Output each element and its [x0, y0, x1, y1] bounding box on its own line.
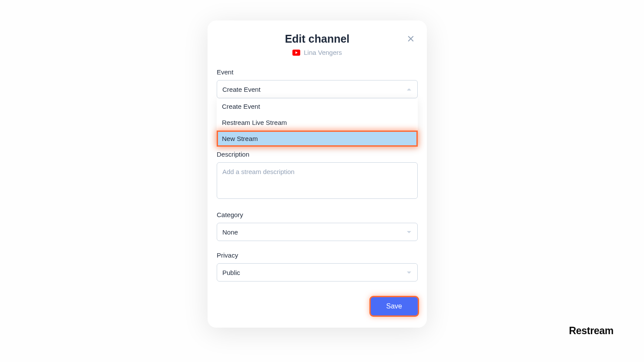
- event-dropdown: Create Event Restream Live Stream New St…: [217, 98, 418, 147]
- description-field-group: Description: [217, 151, 418, 201]
- modal-footer: Save: [217, 297, 418, 315]
- event-label: Event: [217, 68, 418, 76]
- event-select-value: Create Event: [222, 86, 261, 93]
- save-button[interactable]: Save: [371, 297, 418, 315]
- description-input[interactable]: [217, 162, 418, 199]
- chevron-down-icon: [407, 272, 411, 274]
- description-label: Description: [217, 151, 418, 158]
- privacy-field-group: Privacy Public: [217, 251, 418, 282]
- category-field-group: Category None: [217, 211, 418, 241]
- category-select-value: None: [222, 228, 238, 236]
- modal-title: Edit channel: [217, 33, 418, 45]
- edit-channel-modal: Edit channel Lina Vengers Event Create E…: [208, 20, 427, 328]
- close-icon: [407, 35, 415, 43]
- privacy-label: Privacy: [217, 251, 418, 259]
- category-select[interactable]: None: [217, 223, 418, 241]
- close-button[interactable]: [406, 34, 416, 44]
- dropdown-option-create-event[interactable]: Create Event: [217, 98, 418, 114]
- restream-logo: Restream: [569, 325, 614, 337]
- privacy-select[interactable]: Public: [217, 263, 418, 282]
- event-field-group: Event Create Event Create Event Restream…: [217, 68, 418, 98]
- privacy-select-value: Public: [222, 269, 240, 276]
- dropdown-option-restream-live[interactable]: Restream Live Stream: [217, 114, 418, 131]
- event-select[interactable]: Create Event: [217, 80, 418, 98]
- channel-info: Lina Vengers: [217, 49, 418, 56]
- modal-header: Edit channel Lina Vengers: [217, 33, 418, 56]
- chevron-up-icon: [407, 88, 411, 90]
- channel-name: Lina Vengers: [304, 49, 342, 56]
- dropdown-option-new-stream[interactable]: New Stream: [217, 131, 418, 147]
- youtube-icon: [292, 50, 300, 56]
- category-label: Category: [217, 211, 418, 218]
- chevron-down-icon: [407, 231, 411, 233]
